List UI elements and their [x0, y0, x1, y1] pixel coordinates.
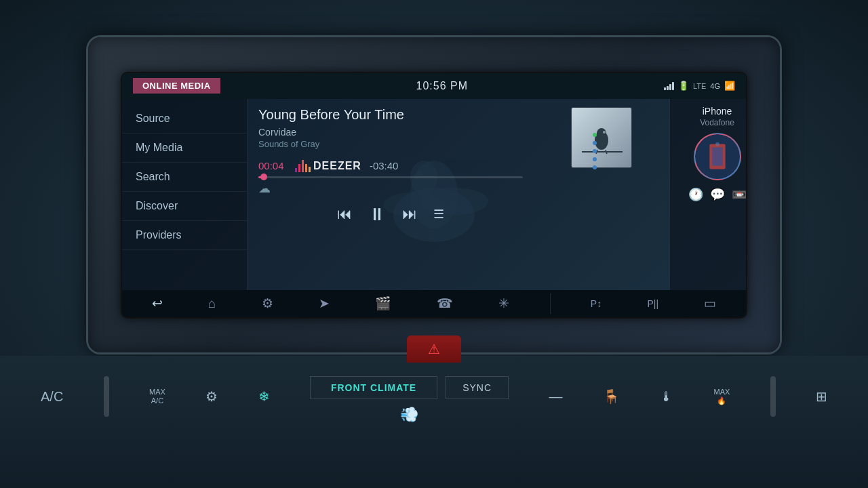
seat-heat-button[interactable]: 🪑 [603, 388, 620, 405]
heated-seats-button[interactable]: ❄ [258, 388, 270, 405]
right-panel: iPhone Vodafone 🕐 💬 📼 [669, 99, 746, 290]
climate-panel: ⚠ A/C MAXA/C ⚙ ❄ FRONT CLIMATE SYNC [0, 356, 868, 488]
progress-bar-bg [258, 176, 523, 178]
dot-2 [593, 141, 597, 145]
dot-3 [593, 149, 597, 153]
air-direction-button[interactable]: — [549, 389, 562, 405]
sync-label: SYNC [462, 382, 492, 393]
max-heat-icon: MAX🔥 [713, 388, 730, 405]
right-panel-icons: 🕐 💬 📼 [688, 187, 747, 202]
battery-icon: 🔋 [678, 81, 689, 91]
carrier-label: Vodafone [700, 118, 734, 127]
track-artist: Corvidae [258, 127, 523, 138]
back-button[interactable]: ↩ [146, 296, 168, 311]
progress-bar-fill [258, 176, 264, 178]
phone-button[interactable]: ☎ [431, 296, 458, 311]
pause-button[interactable]: ⏸ [368, 204, 386, 225]
progress-dot [260, 174, 267, 180]
sync-section[interactable]: SYNC [446, 376, 509, 399]
infotainment-bezel: ONLINE MEDIA 10:56 PM 🔋 LTE 4G 📶 [88, 37, 780, 352]
max-heat-button[interactable]: MAX🔥 [713, 388, 730, 405]
weather-icon: ☁ [258, 181, 523, 196]
rear-defroster-button[interactable]: 🌡 [660, 389, 673, 405]
main-player-content: Young Before Your Time Corvidae Sounds o… [248, 99, 534, 290]
dot-5 [593, 165, 597, 169]
screen-bottom-bar: ↩ ⌂ ⚙ ➤ 🎬 ☎ ✳ P↕ P|| ▭ [122, 290, 746, 317]
skip-forward-button[interactable]: ⏭ [402, 205, 417, 223]
recent-calls-icon[interactable]: 🕐 [688, 187, 703, 202]
seat-heat-icon: 🪑 [603, 388, 620, 405]
voicemail-icon[interactable]: 📼 [732, 187, 747, 202]
deezer-bars [295, 160, 311, 172]
air-direction-icon: — [549, 389, 562, 405]
front-climate-label: FRONT CLIMATE [331, 382, 416, 393]
dots-indicator [593, 133, 597, 169]
right-temp-slider[interactable] [770, 376, 776, 417]
network-4g: 4G [710, 82, 720, 90]
heated-grid-button[interactable]: ⊞ [816, 388, 827, 405]
messages-icon[interactable]: 💬 [710, 187, 725, 202]
svg-rect-17 [712, 147, 723, 165]
svg-point-14 [603, 131, 606, 134]
rear-defroster-icon: 🌡 [660, 389, 673, 405]
wifi-icon: 📶 [724, 81, 735, 91]
deezer-text: DEEZER [313, 160, 361, 172]
hazard-icon: ⚠ [428, 341, 440, 357]
carplay-button[interactable]: P↕ [585, 298, 607, 309]
media-button[interactable]: 🎬 [370, 296, 397, 311]
navigation-button[interactable]: ➤ [313, 296, 335, 311]
time-current: 00:04 [258, 160, 287, 171]
avatar-image [695, 134, 740, 180]
screen: ONLINE MEDIA 10:56 PM 🔋 LTE 4G 📶 [122, 73, 746, 317]
bluetooth-button[interactable]: ✳ [493, 296, 515, 311]
sidebar-item-mymedia[interactable]: My Media [122, 134, 247, 163]
air-out-icon[interactable]: 💨 [400, 406, 418, 424]
heated-seats-icon: ❄ [258, 388, 270, 405]
sidebar-item-providers[interactable]: Providers [122, 221, 247, 250]
hazard-button[interactable]: ⚠ [407, 336, 461, 363]
sidebar-item-source[interactable]: Source [122, 104, 247, 134]
home-button[interactable]: ⌂ [203, 296, 221, 311]
album-art-area [534, 99, 669, 290]
sidebar-item-discover[interactable]: Discover [122, 192, 247, 221]
clock-display: 10:56 PM [416, 80, 468, 92]
progress-bar-container[interactable] [258, 176, 523, 178]
radio-button[interactable]: P|| [642, 298, 664, 309]
screen-body: Source My Media Search Discover Provider… [122, 99, 746, 290]
climate-controls: A/C MAXA/C ⚙ ❄ FRONT CLIMATE SYNC 💨 [0, 356, 868, 424]
fan-settings-icon: ⚙ [205, 388, 218, 405]
phone-label: iPhone [703, 106, 732, 117]
screen-header: ONLINE MEDIA 10:56 PM 🔋 LTE 4G 📶 [122, 73, 746, 99]
sidebar-nav: Source My Media Search Discover Provider… [122, 99, 248, 290]
playback-buttons: ⏮ ⏸ ⏭ ☰ [258, 204, 523, 225]
player-controls-row: 00:04 DEEZER -03:40 [258, 160, 523, 172]
fan-settings-button[interactable]: ⚙ [205, 388, 218, 405]
deezer-logo: DEEZER [295, 160, 361, 172]
camera-button[interactable]: ▭ [698, 296, 722, 311]
track-title: Young Before Your Time [258, 107, 523, 123]
avatar [694, 133, 741, 180]
track-album: Sounds of Gray [258, 139, 523, 149]
skip-back-button[interactable]: ⏮ [337, 205, 352, 223]
left-temp-slider[interactable] [104, 376, 109, 417]
hazard-button-area: ⚠ [407, 336, 461, 363]
time-remaining: -03:40 [370, 160, 399, 171]
settings-button[interactable]: ⚙ [256, 296, 279, 311]
ac-button[interactable]: A/C [41, 389, 63, 405]
signal-icon [664, 82, 674, 90]
album-art-svg [572, 108, 631, 167]
heated-grid-icon: ⊞ [816, 388, 827, 405]
dot-4 [593, 157, 597, 161]
album-art [571, 107, 632, 168]
queue-button[interactable]: ☰ [433, 207, 444, 222]
max-ac-button[interactable]: MAXA/C [149, 388, 165, 405]
section-badge: ONLINE MEDIA [133, 78, 220, 94]
sidebar-item-search[interactable]: Search [122, 163, 247, 192]
max-ac-icon: MAXA/C [149, 388, 165, 405]
dot-1 [593, 133, 597, 137]
lte-icon: LTE [693, 82, 706, 90]
svg-point-18 [715, 142, 719, 146]
status-icons: 🔋 LTE 4G 📶 [664, 81, 735, 91]
front-climate-section[interactable]: FRONT CLIMATE [310, 376, 437, 399]
ac-icon: A/C [41, 389, 63, 405]
